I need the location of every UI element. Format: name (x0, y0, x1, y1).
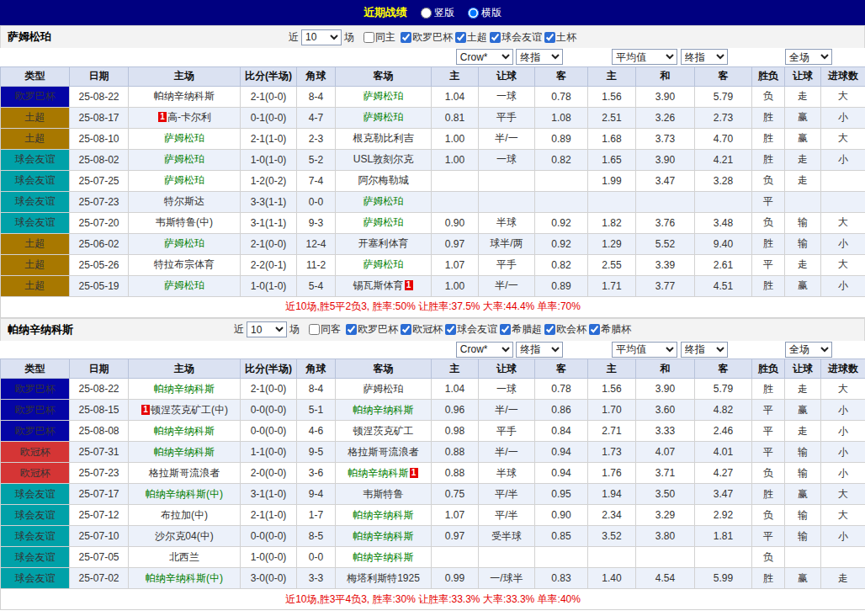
league-checkbox[interactable] (346, 324, 357, 335)
team-link[interactable]: 特拉布宗体育 (154, 258, 215, 270)
score-halftime[interactable]: 2-1(0-0) (241, 379, 297, 400)
odds-company-select[interactable]: Crow* (456, 49, 513, 65)
home-team-cell[interactable]: 帕纳辛纳科斯 (129, 421, 241, 442)
away-team-cell[interactable]: 格拉斯哥流浪者 (336, 442, 432, 463)
recent-count-select[interactable]: 10 (301, 29, 342, 45)
away-team-cell[interactable]: 萨姆松珀 (336, 86, 432, 107)
away-team-cell[interactable]: 韦斯特鲁 (336, 484, 432, 505)
home-team-cell[interactable]: 帕纳辛纳科斯 (129, 86, 241, 107)
team-link[interactable]: USL敦刻尔克 (353, 153, 413, 165)
vertical-layout-radio[interactable] (421, 8, 432, 19)
team-link[interactable]: 萨姆松珀 (364, 111, 404, 123)
score-halftime[interactable]: 1-0(1-0) (241, 149, 297, 170)
score-halftime[interactable]: 1-2(0-2) (241, 170, 297, 191)
home-team-cell[interactable]: 萨姆松珀 (129, 275, 241, 296)
league-filter[interactable]: 土超 (455, 30, 487, 45)
team-link[interactable]: 韦斯特鲁 (364, 488, 404, 500)
layout-option-vertical[interactable]: 竖版 (421, 6, 454, 20)
league-filter[interactable]: 欧罗巴杯 (346, 322, 398, 337)
score-halftime[interactable]: 0-0(0-0) (241, 421, 297, 442)
team-link[interactable]: 顿涅茨克矿工 (353, 425, 414, 437)
score-halftime[interactable]: 2-0(0-0) (241, 463, 297, 484)
away-team-cell[interactable]: 萨姆松珀 (336, 107, 432, 128)
team-link[interactable]: 开塞利体育 (358, 237, 409, 249)
league-filter[interactable]: 欧会杯 (544, 322, 586, 337)
home-team-cell[interactable]: 萨姆松珀 (129, 149, 241, 170)
score-halftime[interactable]: 1-1(0-0) (241, 442, 297, 463)
home-team-cell[interactable]: 帕纳辛纳科斯(中) (129, 484, 241, 505)
league-checkbox[interactable] (544, 32, 555, 43)
team-link[interactable]: 萨姆松珀 (164, 132, 204, 144)
team-link[interactable]: 高-卡尔利 (167, 111, 211, 123)
league-filter[interactable]: 欧罗巴杯 (401, 30, 453, 45)
score-halftime[interactable]: 3-1(1-1) (241, 212, 297, 233)
team-link[interactable]: 帕纳辛纳科斯(中) (146, 488, 223, 500)
same-venue-filter[interactable]: 同主 (364, 30, 395, 45)
score-halftime[interactable]: 2-1(1-0) (241, 505, 297, 526)
away-team-cell[interactable]: 萨姆松珀 (336, 212, 432, 233)
team-link[interactable]: 帕纳辛纳科斯 (353, 509, 414, 521)
score-halftime[interactable]: 0-1(0-0) (241, 107, 297, 128)
home-team-cell[interactable]: 格拉斯哥流浪者 (129, 463, 241, 484)
league-filter[interactable]: 球会友谊 (445, 322, 497, 337)
league-checkbox[interactable] (500, 324, 511, 335)
home-team-cell[interactable]: 萨姆松珀 (129, 128, 241, 149)
home-team-cell[interactable]: 1顿涅茨克矿工(中) (129, 400, 241, 421)
score-halftime[interactable]: 3-1(1-0) (241, 484, 297, 505)
away-team-cell[interactable]: 阿尔梅勒城 (336, 170, 432, 191)
team-link[interactable]: 萨姆松珀 (364, 216, 404, 228)
away-team-cell[interactable]: 顿涅茨克矿工 (336, 421, 432, 442)
euro-company-select[interactable]: 平均值 (612, 342, 677, 358)
team-link[interactable]: 格拉斯哥流浪者 (149, 467, 220, 479)
odds-time-select[interactable]: 终指 (516, 49, 563, 65)
league-checkbox[interactable] (445, 324, 456, 335)
odds-company-select[interactable]: Crow* (456, 342, 513, 358)
team-link[interactable]: 帕纳辛纳科斯 (154, 425, 215, 437)
league-filter[interactable]: 球会友谊 (490, 30, 542, 45)
team-link[interactable]: 帕纳辛纳科斯 (353, 404, 414, 416)
euro-time-select[interactable]: 终指 (681, 342, 728, 358)
team-link[interactable]: 萨姆松珀 (164, 174, 204, 186)
team-link[interactable]: 萨姆松珀 (364, 258, 404, 270)
home-team-cell[interactable]: 韦斯特鲁(中) (129, 212, 241, 233)
away-team-cell[interactable]: 帕纳辛纳科斯 (336, 547, 432, 568)
team-link[interactable]: 根克勒比利吉 (353, 132, 414, 144)
home-team-cell[interactable]: 帕纳辛纳科斯(中) (129, 568, 241, 589)
team-link[interactable]: 萨姆松珀 (164, 279, 204, 291)
away-team-cell[interactable]: 梅塔利斯特1925 (336, 568, 432, 589)
league-checkbox[interactable] (589, 324, 600, 335)
team-link[interactable]: 锡瓦斯体育 (353, 279, 404, 291)
team-link[interactable]: 帕纳辛纳科斯 (353, 530, 414, 542)
layout-option-horizontal[interactable]: 横版 (468, 6, 501, 20)
team-link[interactable]: 萨姆松珀 (164, 153, 204, 165)
league-checkbox[interactable] (455, 32, 466, 43)
league-filter[interactable]: 希腊杯 (589, 322, 631, 337)
league-checkbox[interactable] (401, 324, 411, 335)
away-team-cell[interactable]: USL敦刻尔克 (336, 149, 432, 170)
team-link[interactable]: 阿尔梅勒城 (358, 174, 409, 186)
team-link[interactable]: 帕纳辛纳科斯 (154, 383, 215, 395)
home-team-cell[interactable]: 特尔斯达 (129, 191, 241, 212)
score-halftime[interactable]: 0-0(0-0) (241, 526, 297, 547)
same-venue-filter[interactable]: 同客 (309, 322, 341, 337)
away-team-cell[interactable]: 萨姆松珀 (336, 191, 432, 212)
scope-select[interactable]: 全场 (785, 49, 832, 65)
euro-time-select[interactable]: 终指 (681, 49, 728, 65)
score-halftime[interactable]: 1-0(0-0) (241, 547, 297, 568)
home-team-cell[interactable]: 帕纳辛纳科斯 (129, 379, 241, 400)
away-team-cell[interactable]: 萨姆松珀 (336, 254, 432, 275)
away-team-cell[interactable]: 根克勒比利吉 (336, 128, 432, 149)
score-halftime[interactable]: 3-3(1-1) (241, 191, 297, 212)
league-checkbox[interactable] (490, 32, 501, 43)
team-link[interactable]: 萨姆松珀 (364, 195, 404, 207)
team-link[interactable]: 萨姆松珀 (164, 237, 204, 249)
same-venue-checkbox[interactable] (364, 32, 374, 43)
score-halftime[interactable]: 1-0(1-0) (241, 275, 297, 296)
home-team-cell[interactable]: 北西兰 (129, 547, 241, 568)
league-filter[interactable]: 土杯 (544, 30, 576, 45)
same-venue-checkbox[interactable] (309, 324, 320, 335)
team-link[interactable]: 韦斯特鲁(中) (156, 216, 213, 228)
home-team-cell[interactable]: 帕纳辛纳科斯 (129, 442, 241, 463)
score-halftime[interactable]: 3-0(0-0) (241, 568, 297, 589)
team-link[interactable]: 萨姆松珀 (364, 90, 404, 102)
